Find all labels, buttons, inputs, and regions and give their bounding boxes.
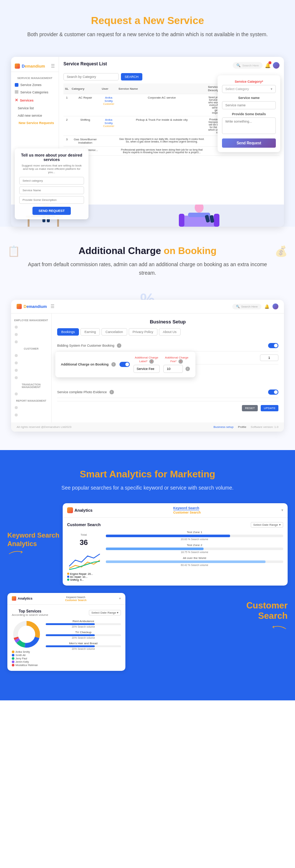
b-sidebar-item-7[interactable]: [11, 374, 51, 381]
sidebar-item-service-list[interactable]: Service list: [11, 104, 59, 112]
footer-profile-link[interactable]: Profile: [238, 425, 246, 429]
footer-copyright: All rights reserved @Demandium Ltd2023: [17, 425, 72, 429]
total-label: Total: [81, 533, 87, 536]
sidebar-zone-icon: [15, 83, 18, 87]
details-textarea[interactable]: [222, 117, 276, 134]
keyword-date-select[interactable]: Select Date Range ▾: [251, 522, 283, 528]
business-layout: EMPLOYEE MANAGEMENT CUSTOMER TRANSACTION…: [11, 313, 284, 422]
cs-service-2-name: TV Checkup: [46, 631, 121, 634]
analytics-card-header: Analytics Keyword Search Customer Search…: [63, 503, 288, 518]
tab-about[interactable]: About Us: [159, 328, 181, 336]
cs-chevron-down[interactable]: ▾: [119, 597, 121, 600]
charge-label-info[interactable]: i: [149, 359, 154, 364]
bidding-toggle[interactable]: [268, 343, 278, 348]
photo-evidence-toggle[interactable]: [268, 390, 278, 395]
sidebar-menu-icon: ☰: [51, 64, 55, 69]
left-panel-description-input[interactable]: [19, 196, 84, 204]
photo-toggle-dot: [274, 390, 278, 394]
top-search[interactable]: 🔍 Search Here: [233, 62, 263, 69]
business-logo-icon: [17, 304, 22, 309]
sidebar-item-service-categories[interactable]: Service Categories: [11, 89, 59, 96]
cs-date-select[interactable]: Select Date Range ▾: [89, 610, 121, 615]
additional-charge-toggle[interactable]: [119, 362, 130, 367]
search-category-input[interactable]: [63, 73, 119, 80]
cs-service-3-percent: 20% Search volume: [46, 648, 121, 650]
tab-bookings[interactable]: Bookings: [57, 328, 79, 336]
business-topbar-right: 🔍 Search Here 🔔: [232, 303, 278, 309]
keyword-data-area: Total 36: [67, 531, 283, 581]
cs-tab-keyword[interactable]: Keyword Search: [65, 596, 87, 598]
update-button[interactable]: UPDATE: [261, 405, 278, 411]
customer-label-right: Customer Search: [131, 593, 288, 632]
b-sidebar-item-6[interactable]: [11, 367, 51, 374]
business-logo-text: Demandium: [24, 304, 47, 309]
charge-label-input[interactable]: [133, 365, 160, 373]
send-request-button-left[interactable]: SEND REQUEST: [32, 207, 70, 215]
zone-2-bar: [106, 548, 204, 550]
sidebar-logo-area: Demandium ☰: [11, 61, 59, 72]
sidebar-x-icon: ✕: [15, 98, 18, 103]
cs-service-3-bar: [46, 645, 95, 647]
bidding-system-row: Bidding System For Customer Booking i: [57, 340, 278, 351]
left-panel-category-input[interactable]: [19, 177, 84, 185]
additional-charge-info-icon[interactable]: i: [111, 362, 116, 367]
search-submit-button[interactable]: SEARCH: [121, 73, 142, 80]
sidebar-item-new-requests[interactable]: New Service Requests: [11, 119, 59, 127]
tab-keyword-search[interactable]: Keyword Search: [173, 506, 199, 510]
keyword-card-title: Customer Search: [67, 522, 101, 527]
sidebar-item-service-zones[interactable]: Service Zones: [11, 81, 59, 89]
photo-evidence-info[interactable]: i: [110, 390, 114, 394]
b-sidebar-item-9[interactable]: [11, 404, 51, 411]
cs-legend-1: Anika Smitty: [12, 651, 41, 653]
tab-privacy[interactable]: Privacy Policy: [129, 328, 157, 336]
b-sidebar-item-3[interactable]: [11, 338, 51, 346]
zone-1-label: Test Zone 1: [106, 531, 283, 534]
business-sidebar: EMPLOYEE MANAGEMENT CUSTOMER TRANSACTION…: [11, 313, 52, 422]
post-validation-input[interactable]: [260, 354, 278, 361]
booking-deco-icon-left: 📋: [7, 245, 20, 257]
category-select[interactable]: Select Category ▾: [222, 85, 276, 93]
b-sidebar-item-10[interactable]: [11, 411, 51, 419]
keyword-arrow-decoration: [7, 548, 30, 556]
service-name-input[interactable]: [222, 101, 276, 109]
cs-tabs: Keyword Search Customer Search: [65, 596, 87, 601]
b-sidebar-item-1[interactable]: [11, 323, 51, 331]
tab-customer-search[interactable]: Customer Search: [173, 511, 201, 514]
cs-legend-5: Mostafizur Rahman: [12, 664, 41, 666]
left-panel-service-input[interactable]: [19, 186, 84, 194]
tab-cancelation[interactable]: Cancelation: [101, 328, 127, 336]
footer-business-setup-link[interactable]: Business setup: [214, 425, 233, 429]
charge-row: Additional Charge on Booking i Additiona…: [61, 356, 190, 373]
sidebar-item-add-service[interactable]: Add new service: [11, 112, 59, 119]
section2-title: Additional Charge on Booking: [20, 245, 275, 257]
b-sidebar-item-5[interactable]: [11, 359, 51, 367]
keyword-analytics-content: Customer Search Select Date Range ▾ Tota…: [63, 518, 288, 586]
send-request-button-panel[interactable]: Send Request: [222, 138, 276, 148]
reset-button[interactable]: RESET: [242, 405, 258, 411]
b-sidebar-item-4[interactable]: [11, 352, 51, 359]
footer-links: Business setup Profile Software version:…: [214, 425, 278, 429]
bidding-info-icon[interactable]: i: [117, 343, 121, 348]
category-label: Service Category*: [222, 80, 276, 83]
cs-logo: Analytics: [12, 596, 32, 601]
b-sidebar-item-2[interactable]: [11, 331, 51, 338]
cs-tab-customer[interactable]: Customer Search: [65, 599, 87, 601]
charge-fee-input[interactable]: [163, 365, 183, 373]
zone-row-3: All over the World 60.42 % Search volume: [106, 556, 283, 566]
cs-legend-3: Jerry Paul: [12, 657, 41, 660]
keyword-chart-area: Total 36: [67, 531, 100, 581]
cs-service-1-name: Rent Ambulance: [46, 620, 121, 623]
svg-rect-13: [214, 214, 219, 227]
sidebar-item-services[interactable]: ✕ Services: [11, 96, 59, 104]
zone-3-percent: 60.42 % Search volume: [106, 564, 283, 566]
tab-earning[interactable]: Earning: [80, 328, 100, 336]
additional-charge-label: Additional Charge on Booking: [61, 363, 109, 366]
section1-subtitle: Both provider & customer can request for…: [18, 30, 277, 38]
b-sidebar-item-8[interactable]: [11, 390, 51, 398]
analytics-chevron-down[interactable]: ▾: [281, 508, 283, 512]
charge-fee-info[interactable]: i: [178, 359, 183, 364]
business-search[interactable]: 🔍 Search Here: [232, 304, 261, 309]
charge-fee-extra-info[interactable]: i: [185, 367, 190, 371]
zone-row-2: Test Zone 2 18.75 % Search volume: [106, 543, 283, 553]
notification-area: 🔔: [265, 62, 271, 69]
